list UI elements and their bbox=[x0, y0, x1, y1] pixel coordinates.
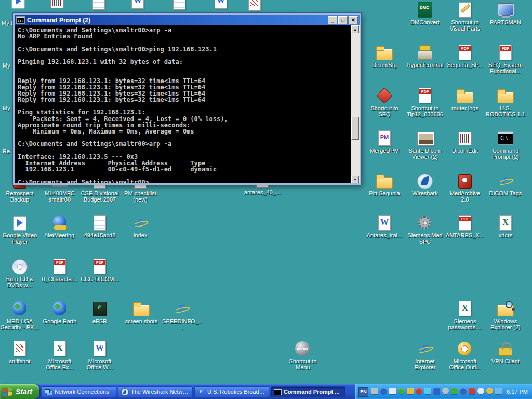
cmd-window-icon bbox=[16, 16, 25, 24]
tray-icon[interactable] bbox=[460, 388, 467, 394]
scrollbar-thumb[interactable] bbox=[351, 117, 359, 140]
icon-label: DicomEdit bbox=[445, 148, 485, 154]
desktop-icon-pitt-sequoia[interactable]: Pitt Sequoia bbox=[365, 172, 404, 196]
desktop-icon-burn-cd-dvds-w[interactable]: Burn CD & DVDs w... bbox=[0, 258, 39, 288]
language-indicator[interactable]: EN bbox=[358, 387, 368, 397]
desktop-icon-0-character[interactable]: 0_Character... bbox=[40, 258, 79, 282]
desktop-icon-antares-trai[interactable]: Antares_trai... bbox=[365, 215, 404, 238]
desktop-icon-medarchive-2-0[interactable]: MedArchive 2.0 bbox=[445, 172, 485, 203]
desktop-icon-windows-explorer-2[interactable]: Windows Explorer (2) bbox=[486, 300, 525, 330]
occluded-icon-label[interactable]: Re bbox=[3, 148, 10, 154]
desktop-icon-dmconvert[interactable]: DMConvert bbox=[405, 2, 445, 25]
mergedpm-icon bbox=[376, 130, 393, 147]
minimize-button[interactable]: _ bbox=[328, 16, 337, 24]
desktop-icon-speedinfo[interactable]: SPEEDINFO_... bbox=[162, 300, 202, 330]
icon-label: Shortcut to Visual Parts bbox=[445, 19, 485, 32]
desktop-icon-index[interactable]: Index bbox=[121, 215, 160, 238]
taskbar-task-u-s-robotics-broadb[interactable]: U.S. Robotics Broadb... bbox=[194, 386, 269, 397]
scroll-up-icon[interactable]: ▲ bbox=[351, 25, 359, 33]
desktop-icon-doc-red[interactable] bbox=[235, 0, 274, 11]
app-red-icon bbox=[456, 172, 474, 189]
desktop-icon-notepad[interactable] bbox=[79, 0, 118, 10]
desktop-icon-siemens-med-spc[interactable]: Siemens Med SPC bbox=[405, 215, 445, 245]
desktop-icon-mergedpm[interactable]: MergeDPM bbox=[365, 130, 404, 154]
icon-label: Wireshark bbox=[405, 190, 445, 196]
start-button[interactable]: Start bbox=[0, 384, 39, 399]
tray-icon[interactable] bbox=[451, 388, 458, 394]
tray-icon[interactable] bbox=[407, 388, 414, 394]
tray-icon[interactable] bbox=[371, 388, 378, 394]
icon-label: sniffshot bbox=[0, 358, 39, 364]
desktop-icon-router-logs[interactable]: router logs bbox=[445, 87, 485, 111]
desktop-icon-shortcut-to-menu[interactable]: Shortcut to Menu bbox=[283, 340, 323, 370]
ie-icon bbox=[416, 340, 434, 357]
word-icon bbox=[212, 0, 230, 9]
tray-icon[interactable] bbox=[442, 388, 449, 394]
icon-label: Windows Explorer (2) bbox=[486, 318, 525, 330]
taskbar-task-network-connections[interactable]: Network Connections bbox=[42, 386, 116, 397]
taskbar-clock[interactable]: 6:17 PM bbox=[507, 389, 528, 395]
scroll-down-icon[interactable]: ▼ bbox=[351, 176, 359, 183]
window-titlebar[interactable]: Command Prompt (2) _ □ ✕ bbox=[15, 15, 360, 25]
desktop-icon-google-video-player[interactable]: Google Video Player bbox=[0, 215, 39, 245]
tray-icon[interactable] bbox=[433, 388, 440, 394]
icon-label: Command Prompt (2) bbox=[486, 148, 525, 160]
desktop-icon-dicom-tags[interactable]: DICOM Tags bbox=[486, 172, 525, 196]
desktop-icon-sequoia-sp[interactable]: Sequoia_SP... bbox=[445, 44, 485, 68]
desktop-icon-xdcrs[interactable]: xdcrs bbox=[486, 215, 525, 238]
desktop-icon-efsr[interactable]: eFSR bbox=[80, 300, 119, 324]
tray-icon[interactable] bbox=[416, 388, 422, 394]
desktop-icon-media[interactable] bbox=[0, 0, 38, 9]
desktop-icon-sante-dicom-viewer-2[interactable]: Sante Dicom Viewer (2) bbox=[405, 130, 445, 160]
desktop-icon-hyperterminal[interactable]: HyperTerminal bbox=[405, 44, 445, 68]
desktop-icon-partsman[interactable]: PARTSMAN bbox=[486, 2, 525, 25]
desktop-icon-ccc-dicom[interactable]: CCC-DICOM... bbox=[80, 258, 119, 282]
desktop-icon-barcode[interactable] bbox=[37, 0, 77, 9]
desktop-icon-med-usa-security-pk[interactable]: MED USA Security - PK... bbox=[0, 300, 39, 330]
tray-icon[interactable] bbox=[495, 388, 502, 394]
desktop-icon-internet-explorer[interactable]: Internet Explorer bbox=[405, 340, 445, 370]
maximize-button[interactable]: □ bbox=[338, 16, 348, 24]
close-button[interactable]: ✕ bbox=[349, 16, 358, 24]
desktop-icon-shortcut-to-seq[interactable]: Shortcut to SEQ bbox=[365, 87, 404, 117]
desktop-icon-siemens-passwords[interactable]: Siemens passwords ... bbox=[445, 300, 485, 330]
desktop: Retrospect BackupML400MFC smaltr00CSE Di… bbox=[0, 0, 532, 399]
tray-icon[interactable] bbox=[380, 388, 387, 394]
pdf-icon bbox=[456, 215, 474, 231]
scrollbar[interactable]: ▲ ▼ bbox=[351, 25, 360, 183]
desktop-icon-sniffshot[interactable]: sniffshot bbox=[0, 340, 39, 364]
desktop-icon-wireshark[interactable]: Wireshark bbox=[405, 172, 445, 196]
desktop-icon-dicomedit[interactable]: DicomEdit bbox=[445, 130, 485, 154]
tray-icon[interactable] bbox=[424, 388, 431, 394]
desktop-icon-dicomstg[interactable]: DicomStg bbox=[365, 44, 404, 68]
desktop-icon-shortcut-to-tip12-030606[interactable]: Shortcut to Tip12_030606 bbox=[405, 87, 445, 117]
taskbar-task-the-wireshark-netwo[interactable]: The Wireshark Netwo... bbox=[118, 386, 193, 397]
occluded-icon-label[interactable]: My bbox=[3, 105, 10, 111]
ie-icon bbox=[173, 300, 191, 317]
desktop-icon-u-s-robotics-1-1[interactable]: U.S. ROBOTICS 1.1 bbox=[486, 87, 525, 117]
excel-icon bbox=[497, 215, 514, 231]
terminal-output[interactable]: C:\Documents and Settings\smaltr00>arp -… bbox=[15, 25, 351, 183]
occluded-icon-label[interactable]: My bbox=[3, 62, 10, 69]
tray-icon[interactable] bbox=[389, 388, 396, 394]
desktop-icon-netmeeting[interactable]: NetMeeting bbox=[40, 215, 79, 238]
tray-icon[interactable] bbox=[398, 388, 405, 394]
tray-icon[interactable] bbox=[486, 388, 493, 394]
tray-icon[interactable] bbox=[469, 388, 475, 394]
desktop-icon-google-earth[interactable]: Google Earth bbox=[40, 300, 79, 324]
desktop-icon-word[interactable] bbox=[118, 0, 157, 9]
command-prompt-window[interactable]: Command Prompt (2) _ □ ✕ C:\Documents an… bbox=[13, 13, 361, 185]
desktop-icon-microsoft-office-outl[interactable]: Microsoft Office Outl... bbox=[445, 340, 485, 370]
desktop-icon-notepad[interactable] bbox=[159, 0, 199, 10]
desktop-icon-shortcut-to-visual-parts[interactable]: Shortcut to Visual Parts bbox=[445, 2, 485, 32]
desktop-icon-494e15acd8[interactable]: 494e15acd8 bbox=[80, 215, 119, 238]
desktop-icon-command-prompt-2[interactable]: Command Prompt (2) bbox=[486, 130, 525, 160]
desktop-icon-screen-shots[interactable]: screen shots bbox=[122, 300, 161, 324]
desktop-icon-antares-x[interactable]: ANTARES_X... bbox=[445, 215, 485, 238]
desktop-icon-vpn-client[interactable]: VPN Client bbox=[486, 340, 525, 364]
tray-icon[interactable] bbox=[477, 388, 484, 394]
desktop-icon-microsoft-office-ex[interactable]: Microsoft Office Ex... bbox=[40, 340, 79, 370]
desktop-icon-microsoft-office-w[interactable]: Microsoft Office W... bbox=[80, 340, 119, 370]
desktop-icon-seq-system-functional[interactable]: SEQ_System Functional... bbox=[486, 44, 525, 74]
taskbar-task-command-prompt[interactable]: Command Prompt ... bbox=[271, 386, 345, 397]
